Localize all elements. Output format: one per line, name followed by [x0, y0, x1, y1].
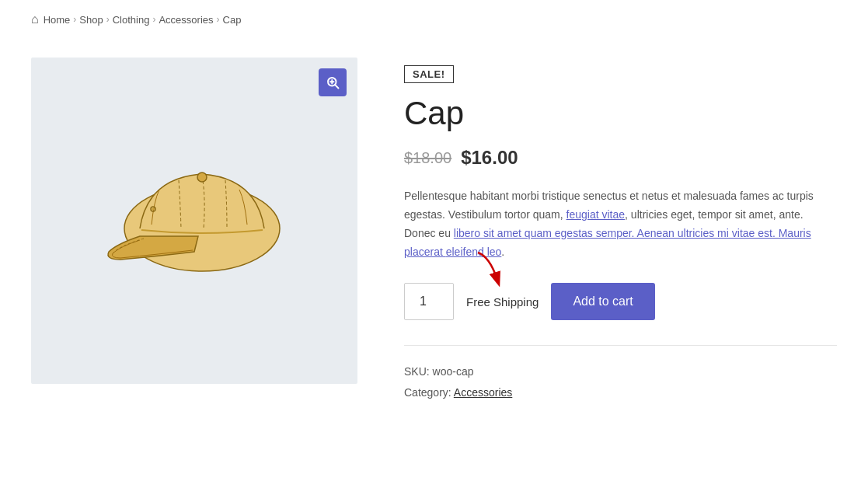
add-to-cart-button[interactable]: Add to cart	[551, 283, 654, 320]
sku-value-text: woo-cap	[433, 365, 474, 378]
breadcrumb-shop[interactable]: Shop	[79, 14, 103, 26]
product-image-wrapper	[31, 58, 357, 384]
svg-point-7	[152, 208, 155, 211]
desc-link-1[interactable]: feugiat vitae	[566, 208, 626, 221]
breadcrumb-sep-2: ›	[106, 14, 110, 25]
product-description: Pellentesque habitant morbi tristique se…	[404, 187, 837, 261]
product-layout: SALE! Cap $18.00 $16.00 Pellentesque hab…	[31, 58, 837, 403]
desc-link-3[interactable]: eleifend leo	[446, 246, 502, 258]
cap-image	[78, 127, 311, 314]
free-shipping-label: Free Shipping	[466, 295, 539, 308]
svg-point-5	[197, 173, 207, 182]
breadcrumb-home[interactable]: Home	[44, 14, 71, 26]
breadcrumb-sep-1: ›	[73, 14, 76, 25]
sku-label: SKU:	[404, 365, 430, 378]
sale-badge: SALE!	[404, 65, 454, 83]
price-wrapper: $18.00 $16.00	[404, 147, 837, 169]
category-link[interactable]: Accessories	[454, 386, 512, 399]
cart-row: Free Shipping Add to cart	[404, 283, 837, 320]
price-sale: $16.00	[461, 147, 518, 169]
breadcrumb-clothing[interactable]: Clothing	[113, 14, 150, 26]
breadcrumb-sep-3: ›	[152, 14, 155, 25]
svg-line-1	[335, 85, 338, 88]
breadcrumb-accessories[interactable]: Accessories	[159, 14, 213, 26]
zoom-button[interactable]	[319, 68, 347, 96]
product-meta: SKU: woo-cap Category: Accessories	[404, 361, 837, 403]
breadcrumb: ⌂ Home › Shop › Clothing › Accessories ›…	[31, 12, 837, 26]
category-row: Category: Accessories	[404, 382, 837, 403]
breadcrumb-current: Cap	[223, 14, 242, 26]
magnify-icon	[326, 75, 340, 89]
category-label: Category:	[404, 386, 451, 399]
breadcrumb-sep-4: ›	[217, 14, 220, 25]
product-title: Cap	[404, 96, 837, 131]
quantity-input[interactable]	[404, 283, 454, 320]
price-original: $18.00	[404, 149, 451, 167]
product-info-column: SALE! Cap $18.00 $16.00 Pellentesque hab…	[404, 58, 837, 403]
sku-row: SKU: woo-cap	[404, 361, 837, 382]
section-divider	[404, 345, 837, 346]
home-icon: ⌂	[31, 12, 39, 26]
product-image-column	[31, 58, 357, 384]
